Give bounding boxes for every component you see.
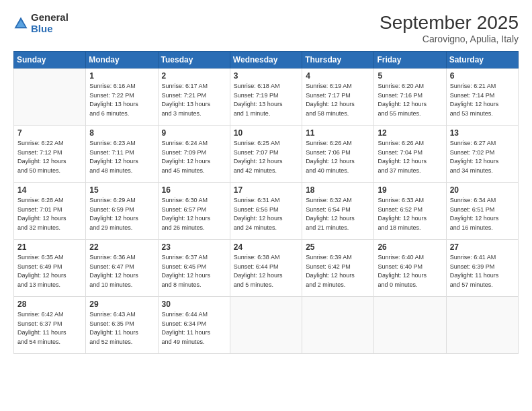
day-info: Sunrise: 6:31 AMSunset: 6:56 PMDaylight:… xyxy=(234,196,298,232)
day-number: 7 xyxy=(17,128,82,138)
day-info: Sunrise: 6:39 AMSunset: 6:42 PMDaylight:… xyxy=(306,253,370,289)
col-header-saturday: Saturday xyxy=(446,52,518,68)
calendar-cell xyxy=(230,297,302,354)
calendar-cell: 24Sunrise: 6:38 AMSunset: 6:44 PMDayligh… xyxy=(230,240,302,297)
calendar-cell: 2Sunrise: 6:17 AMSunset: 7:21 PMDaylight… xyxy=(158,68,230,126)
day-info: Sunrise: 6:18 AMSunset: 7:19 PMDaylight:… xyxy=(234,82,298,118)
calendar-cell xyxy=(374,297,446,354)
day-number: 4 xyxy=(306,71,370,81)
day-info: Sunrise: 6:26 AMSunset: 7:04 PMDaylight:… xyxy=(378,139,442,175)
day-info: Sunrise: 6:44 AMSunset: 6:34 PMDaylight:… xyxy=(162,310,226,347)
calendar-cell: 8Sunrise: 6:23 AMSunset: 7:11 PMDaylight… xyxy=(86,126,158,183)
calendar-cell xyxy=(446,297,518,354)
day-info: Sunrise: 6:25 AMSunset: 7:07 PMDaylight:… xyxy=(234,139,298,175)
day-number: 8 xyxy=(89,128,154,138)
day-number: 2 xyxy=(162,71,226,81)
day-number: 20 xyxy=(450,185,515,195)
day-number: 6 xyxy=(450,71,515,81)
calendar-cell: 15Sunrise: 6:29 AMSunset: 6:59 PMDayligh… xyxy=(86,183,158,240)
day-number: 13 xyxy=(450,128,515,138)
calendar-cell: 5Sunrise: 6:20 AMSunset: 7:16 PMDaylight… xyxy=(374,68,446,126)
calendar-cell: 13Sunrise: 6:27 AMSunset: 7:02 PMDayligh… xyxy=(446,126,518,183)
calendar-cell: 1Sunrise: 6:16 AMSunset: 7:22 PMDaylight… xyxy=(86,68,158,126)
day-info: Sunrise: 6:34 AMSunset: 6:51 PMDaylight:… xyxy=(450,196,515,232)
calendar-week-4: 21Sunrise: 6:35 AMSunset: 6:49 PMDayligh… xyxy=(14,240,519,297)
day-info: Sunrise: 6:30 AMSunset: 6:57 PMDaylight:… xyxy=(162,196,226,232)
col-header-sunday: Sunday xyxy=(14,52,86,68)
day-number: 18 xyxy=(306,185,370,195)
calendar-week-1: 1Sunrise: 6:16 AMSunset: 7:22 PMDaylight… xyxy=(14,68,519,126)
page: General Blue September 2025 Carovigno, A… xyxy=(0,0,532,411)
col-header-thursday: Thursday xyxy=(302,52,374,68)
day-number: 24 xyxy=(234,242,298,252)
day-number: 22 xyxy=(89,242,154,252)
day-info: Sunrise: 6:19 AMSunset: 7:17 PMDaylight:… xyxy=(306,82,370,118)
day-number: 3 xyxy=(234,71,298,81)
day-number: 29 xyxy=(89,300,154,309)
day-info: Sunrise: 6:21 AMSunset: 7:14 PMDaylight:… xyxy=(450,82,515,118)
calendar-cell: 12Sunrise: 6:26 AMSunset: 7:04 PMDayligh… xyxy=(374,126,446,183)
day-info: Sunrise: 6:42 AMSunset: 6:37 PMDaylight:… xyxy=(17,310,82,347)
day-number: 9 xyxy=(162,128,226,138)
day-number: 26 xyxy=(378,242,442,252)
day-number: 12 xyxy=(378,128,442,138)
col-header-monday: Monday xyxy=(86,52,158,68)
day-info: Sunrise: 6:35 AMSunset: 6:49 PMDaylight:… xyxy=(17,253,82,289)
calendar-header-row: SundayMondayTuesdayWednesdayThursdayFrid… xyxy=(14,52,519,68)
day-number: 1 xyxy=(89,71,154,81)
logo-icon xyxy=(13,16,28,31)
day-number: 25 xyxy=(306,242,370,252)
calendar-cell: 9Sunrise: 6:24 AMSunset: 7:09 PMDaylight… xyxy=(158,126,230,183)
day-number: 10 xyxy=(234,128,298,138)
calendar-cell: 3Sunrise: 6:18 AMSunset: 7:19 PMDaylight… xyxy=(230,68,302,126)
day-info: Sunrise: 6:24 AMSunset: 7:09 PMDaylight:… xyxy=(162,139,226,175)
day-info: Sunrise: 6:36 AMSunset: 6:47 PMDaylight:… xyxy=(89,253,154,289)
logo-general-text: General xyxy=(31,12,69,24)
day-info: Sunrise: 6:16 AMSunset: 7:22 PMDaylight:… xyxy=(89,82,154,118)
day-number: 28 xyxy=(17,300,82,309)
calendar-cell: 17Sunrise: 6:31 AMSunset: 6:56 PMDayligh… xyxy=(230,183,302,240)
calendar-cell: 11Sunrise: 6:26 AMSunset: 7:06 PMDayligh… xyxy=(302,126,374,183)
calendar-cell: 25Sunrise: 6:39 AMSunset: 6:42 PMDayligh… xyxy=(302,240,374,297)
day-number: 27 xyxy=(450,242,515,252)
calendar-cell: 4Sunrise: 6:19 AMSunset: 7:17 PMDaylight… xyxy=(302,68,374,126)
calendar-cell: 29Sunrise: 6:43 AMSunset: 6:35 PMDayligh… xyxy=(86,297,158,354)
day-info: Sunrise: 6:26 AMSunset: 7:06 PMDaylight:… xyxy=(306,139,370,175)
day-info: Sunrise: 6:41 AMSunset: 6:39 PMDaylight:… xyxy=(450,253,515,289)
logo: General Blue xyxy=(13,12,69,34)
day-number: 23 xyxy=(162,242,226,252)
month-title: September 2025 xyxy=(380,12,519,34)
calendar-week-5: 28Sunrise: 6:42 AMSunset: 6:37 PMDayligh… xyxy=(14,297,519,354)
calendar-cell: 23Sunrise: 6:37 AMSunset: 6:45 PMDayligh… xyxy=(158,240,230,297)
day-info: Sunrise: 6:38 AMSunset: 6:44 PMDaylight:… xyxy=(234,253,298,289)
calendar-week-2: 7Sunrise: 6:22 AMSunset: 7:12 PMDaylight… xyxy=(14,126,519,183)
day-info: Sunrise: 6:22 AMSunset: 7:12 PMDaylight:… xyxy=(17,139,82,175)
calendar-cell: 14Sunrise: 6:28 AMSunset: 7:01 PMDayligh… xyxy=(14,183,86,240)
calendar-cell: 16Sunrise: 6:30 AMSunset: 6:57 PMDayligh… xyxy=(158,183,230,240)
day-info: Sunrise: 6:17 AMSunset: 7:21 PMDaylight:… xyxy=(162,82,226,118)
day-number: 19 xyxy=(378,185,442,195)
calendar-cell xyxy=(14,68,86,126)
day-number: 21 xyxy=(17,242,82,252)
logo-text: General Blue xyxy=(31,12,69,34)
day-number: 11 xyxy=(306,128,370,138)
calendar-cell: 30Sunrise: 6:44 AMSunset: 6:34 PMDayligh… xyxy=(158,297,230,354)
logo-blue-text: Blue xyxy=(31,24,69,35)
day-info: Sunrise: 6:23 AMSunset: 7:11 PMDaylight:… xyxy=(89,139,154,175)
day-number: 17 xyxy=(234,185,298,195)
location-subtitle: Carovigno, Apulia, Italy xyxy=(380,34,519,44)
calendar-cell: 19Sunrise: 6:33 AMSunset: 6:52 PMDayligh… xyxy=(374,183,446,240)
col-header-wednesday: Wednesday xyxy=(230,52,302,68)
calendar-cell: 22Sunrise: 6:36 AMSunset: 6:47 PMDayligh… xyxy=(86,240,158,297)
day-number: 14 xyxy=(17,185,82,195)
calendar-cell: 20Sunrise: 6:34 AMSunset: 6:51 PMDayligh… xyxy=(446,183,518,240)
calendar-cell: 26Sunrise: 6:40 AMSunset: 6:40 PMDayligh… xyxy=(374,240,446,297)
calendar-week-3: 14Sunrise: 6:28 AMSunset: 7:01 PMDayligh… xyxy=(14,183,519,240)
day-info: Sunrise: 6:37 AMSunset: 6:45 PMDaylight:… xyxy=(162,253,226,289)
calendar-cell xyxy=(302,297,374,354)
calendar-cell: 6Sunrise: 6:21 AMSunset: 7:14 PMDaylight… xyxy=(446,68,518,126)
day-number: 5 xyxy=(378,71,442,81)
calendar-cell: 18Sunrise: 6:32 AMSunset: 6:54 PMDayligh… xyxy=(302,183,374,240)
calendar-cell: 28Sunrise: 6:42 AMSunset: 6:37 PMDayligh… xyxy=(14,297,86,354)
day-info: Sunrise: 6:27 AMSunset: 7:02 PMDaylight:… xyxy=(450,139,515,175)
